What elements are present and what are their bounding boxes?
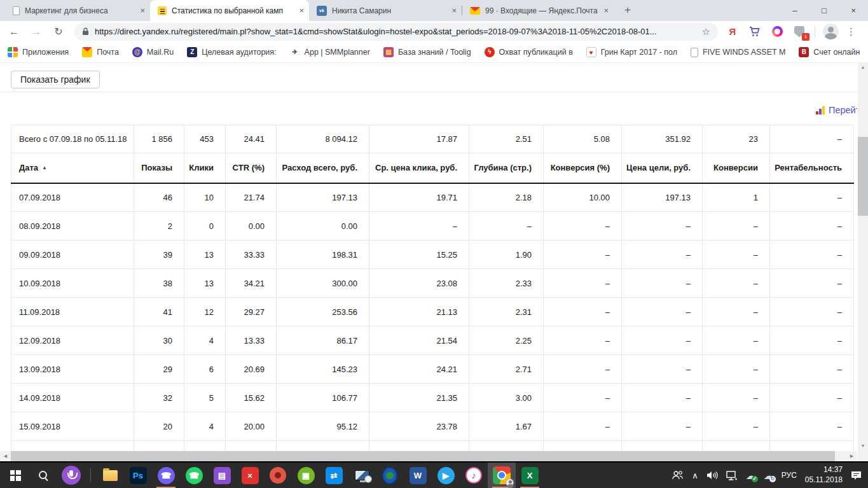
- column-header[interactable]: Клики: [184, 153, 226, 183]
- close-tab-icon[interactable]: ×: [140, 6, 145, 15]
- close-tab-icon[interactable]: ×: [603, 6, 609, 15]
- cloud-synced-icon[interactable]: ☁✓: [746, 471, 755, 480]
- column-header[interactable]: CTR (%): [226, 153, 277, 183]
- volume-icon[interactable]: [706, 471, 718, 480]
- new-tab-button[interactable]: +: [619, 1, 637, 19]
- taskbar-app-word[interactable]: W: [404, 463, 432, 488]
- address-bar[interactable]: https://direct.yandex.ru/registered/main…: [74, 23, 718, 41]
- value-cell: –: [544, 412, 622, 441]
- close-tab-icon[interactable]: ×: [299, 6, 304, 15]
- swirl-extension-icon[interactable]: [771, 25, 783, 38]
- value-cell: 21.35: [369, 384, 469, 412]
- bookmark-item[interactable]: Почта: [82, 47, 119, 57]
- bookmark-item[interactable]: ♥Грин Карт 2017 - пол: [586, 47, 677, 57]
- close-window-button[interactable]: ×: [839, 0, 868, 21]
- scroll-down-arrow[interactable]: ▼: [858, 443, 868, 448]
- vertical-scroll-thumb[interactable]: [858, 137, 868, 216]
- minimize-button[interactable]: –: [780, 0, 809, 21]
- column-header[interactable]: Глубина (стр.): [469, 153, 544, 183]
- value-cell: –: [622, 441, 703, 452]
- horizontal-scrollbar[interactable]: ◀ ▶: [0, 451, 857, 461]
- refresh-button[interactable]: ↻: [50, 24, 67, 40]
- bookmark-item[interactable]: Приложения: [8, 47, 69, 57]
- taskbar-app-telegram[interactable]: ▶: [432, 463, 460, 488]
- scroll-right-arrow[interactable]: ▶: [846, 454, 857, 459]
- bookmark-item[interactable]: ▤База знаний / Toolig: [383, 47, 471, 57]
- yandex-extension-icon[interactable]: Я: [726, 25, 739, 38]
- tab-vk[interactable]: Никита Самарин ×: [309, 0, 462, 21]
- taskbar-app-purple-docs[interactable]: ▤: [208, 463, 236, 488]
- show-graph-button[interactable]: Показать график: [11, 71, 100, 88]
- taskbar-app-remote-desktop[interactable]: [348, 463, 376, 488]
- cart-extension-icon[interactable]: [748, 25, 761, 38]
- scroll-up-arrow[interactable]: ▲: [858, 65, 868, 69]
- bookmark-item[interactable]: ZЦелевая аудитория:: [187, 47, 276, 57]
- tab-statistics-active[interactable]: Статистика по выбранной камп ×: [150, 0, 309, 21]
- taskbar-app-photoshop[interactable]: Ps: [124, 463, 152, 488]
- bookmark-item[interactable]: @Mail.Ru: [132, 47, 174, 57]
- action-center-icon[interactable]: [851, 470, 862, 480]
- column-header[interactable]: Расход всего, руб.: [277, 153, 369, 183]
- value-cell: –: [770, 212, 854, 241]
- value-cell: 2.33: [469, 269, 544, 298]
- goto-link[interactable]: Перейти: [816, 105, 857, 115]
- value-cell: 19.13: [369, 441, 469, 452]
- tab-mail[interactable]: 99 · Входящие — Яндекс.Почта ×: [462, 0, 614, 21]
- bookmark-label: Грин Карт 2017 - пол: [601, 48, 677, 57]
- tab-marketing[interactable]: Маркетинг для бизнеса ×: [5, 0, 150, 21]
- close-tab-icon[interactable]: ×: [451, 6, 457, 15]
- back-button[interactable]: ←: [6, 24, 22, 40]
- date-cell: 16.09.2018: [11, 441, 134, 452]
- column-header[interactable]: Дата▲: [11, 153, 134, 183]
- forward-button[interactable]: →: [28, 24, 45, 40]
- language-indicator[interactable]: РУС: [782, 471, 797, 480]
- column-header[interactable]: Цена цели, руб.: [622, 153, 703, 183]
- column-header[interactable]: Конверсия (%): [544, 153, 622, 183]
- profile-avatar[interactable]: [823, 24, 839, 39]
- taskbar-app-cortana-mic[interactable]: [57, 463, 85, 488]
- taskbar-app-search[interactable]: [29, 463, 57, 488]
- column-header[interactable]: Ср. цена клика, руб.: [369, 153, 469, 183]
- value-cell: –: [770, 441, 854, 452]
- taskbar-clock[interactable]: 14:37 05.11.2018: [805, 465, 843, 485]
- bookmark-item[interactable]: ВСчет онлайн: [799, 47, 860, 57]
- horizontal-scroll-thumb[interactable]: [11, 451, 835, 461]
- telegram-icon: ▶: [437, 467, 455, 484]
- value-cell: –: [622, 298, 703, 326]
- chrome-menu-icon[interactable]: ⋮: [846, 26, 856, 38]
- column-header[interactable]: Конверсии: [703, 153, 770, 183]
- value-cell: 191.31: [277, 441, 369, 452]
- tray-chevron-icon[interactable]: ∧: [692, 471, 698, 480]
- taskbar-app-red-x[interactable]: ×: [236, 463, 264, 488]
- taskbar-app-blue-green-oval[interactable]: [376, 463, 404, 488]
- taskbar-app-whatsapp[interactable]: ☎: [180, 463, 208, 488]
- bookmark-star-icon[interactable]: ☆: [702, 26, 710, 38]
- cloud-sync-icon[interactable]: ☁↻: [764, 471, 773, 480]
- scroll-left-arrow[interactable]: ◀: [0, 454, 11, 459]
- column-header[interactable]: Рентабельность: [770, 153, 854, 183]
- taskbar-app-file-explorer[interactable]: [96, 463, 124, 488]
- vertical-scrollbar[interactable]: ▲ ▼: [858, 63, 868, 461]
- teamviewer-icon: ⇄: [326, 467, 343, 484]
- network-icon[interactable]: [726, 471, 738, 480]
- maximize-button[interactable]: □: [809, 0, 839, 21]
- taskbar-app-teamviewer[interactable]: ⇄: [320, 463, 348, 488]
- bookmark-item[interactable]: ϟОхват публикаций в: [485, 47, 573, 57]
- people-icon[interactable]: [672, 470, 684, 480]
- bookmark-item[interactable]: FIVE WINDS ASSET M: [691, 48, 785, 57]
- red-b-icon: В: [799, 47, 809, 57]
- vk-icon: [317, 6, 327, 16]
- taskbar-app-excel[interactable]: X: [516, 463, 544, 488]
- column-header[interactable]: Показы: [134, 153, 184, 183]
- taskbar-app-orange-ring[interactable]: [264, 463, 292, 488]
- red-x-icon: ×: [242, 467, 259, 484]
- windows-taskbar: Ps☎☎▤×▣⇄W▶♪X ∧ ☁✓ ☁↻ РУС 14:37 05.11.201…: [0, 461, 868, 488]
- green-circle-icon: ▣: [298, 467, 315, 484]
- taskbar-app-itunes[interactable]: ♪: [460, 463, 488, 488]
- shield-extension-icon[interactable]: 1: [793, 25, 806, 38]
- taskbar-app-windows-start[interactable]: [1, 463, 29, 488]
- taskbar-app-green-circle[interactable]: ▣: [292, 463, 320, 488]
- bookmark-item[interactable]: ✈App | SMMplanner: [290, 47, 370, 57]
- taskbar-app-viber[interactable]: ☎: [152, 463, 180, 488]
- taskbar-app-chrome[interactable]: [488, 463, 516, 488]
